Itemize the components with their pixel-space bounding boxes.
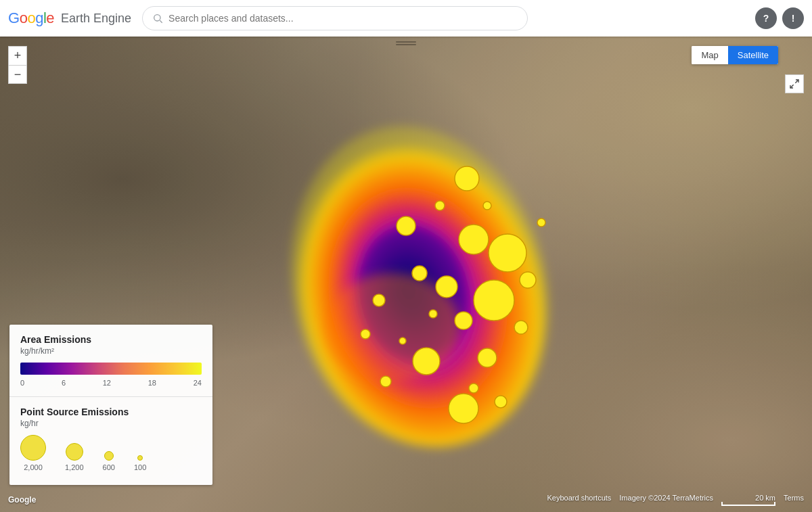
svg-point-25	[380, 376, 391, 387]
color-gradient-bar	[20, 363, 202, 375]
svg-line-30	[795, 80, 798, 83]
zoom-in-button[interactable]: +	[8, 46, 27, 65]
map-type-satellite[interactable]: Satellite	[728, 46, 778, 64]
scale-bar	[721, 502, 775, 506]
search-input[interactable]	[168, 13, 518, 24]
app-name: Earth Engine	[61, 11, 131, 26]
area-emissions-section: Area Emissions kg/hr/km² 0 6 12 18 24	[9, 325, 212, 397]
svg-point-18	[520, 272, 536, 288]
ps-label-100: 100	[134, 463, 146, 471]
svg-point-23	[483, 202, 491, 210]
ps-item-600: 600	[103, 451, 115, 471]
map-type-map[interactable]: Map	[692, 46, 727, 64]
point-source-legend: 2,000 1,200 600 100	[20, 435, 202, 471]
svg-line-31	[790, 85, 794, 88]
svg-point-13	[413, 348, 440, 375]
svg-point-8	[459, 225, 489, 254]
svg-point-24	[361, 329, 370, 339]
point-source-unit: kg/hr	[20, 419, 202, 428]
keyboard-shortcuts-link[interactable]: Keyboard shortcuts	[547, 494, 612, 506]
svg-point-12	[455, 312, 472, 329]
svg-point-22	[435, 201, 445, 210]
svg-point-10	[474, 280, 514, 321]
terms-link[interactable]: Terms	[784, 494, 804, 506]
svg-point-7	[455, 166, 479, 191]
legend-panel: Area Emissions kg/hr/km² 0 6 12 18 24 Po…	[9, 325, 212, 485]
header-icons: ? !	[755, 7, 804, 29]
zoom-controls: + −	[8, 46, 27, 84]
bottom-links: Keyboard shortcuts Imagery ©2024 TerraMe…	[547, 494, 804, 506]
svg-line-1	[160, 20, 162, 22]
svg-point-26	[537, 218, 545, 227]
svg-point-27	[429, 310, 437, 318]
area-emissions-title: Area Emissions	[20, 334, 202, 345]
ps-item-2000: 2,000	[20, 435, 46, 471]
scale-label-18: 18	[148, 379, 156, 387]
search-icon	[152, 13, 163, 24]
svg-point-21	[495, 396, 507, 408]
scale-label: 20 km	[755, 494, 775, 502]
scale-bar-container: 20 km	[721, 494, 775, 506]
drag-handle[interactable]	[392, 37, 420, 49]
svg-point-0	[154, 15, 160, 21]
fullscreen-icon	[789, 78, 800, 89]
svg-point-20	[478, 348, 497, 367]
svg-point-16	[412, 266, 427, 281]
emission-plume	[257, 91, 595, 469]
svg-point-17	[373, 294, 385, 306]
color-bar-labels: 0 6 12 18 24	[20, 379, 202, 387]
scale-label-12: 12	[103, 379, 111, 387]
svg-point-28	[399, 338, 406, 344]
ps-label-1200: 1,200	[65, 463, 84, 471]
svg-point-19	[514, 321, 528, 334]
google-watermark: Google	[8, 495, 36, 505]
area-emissions-unit: kg/hr/km²	[20, 346, 202, 356]
svg-point-15	[397, 216, 415, 235]
app-header: Google Earth Engine ? !	[0, 0, 812, 37]
point-source-title: Point Source Emissions	[20, 406, 202, 417]
point-source-section: Point Source Emissions kg/hr 2,000 1,200…	[9, 397, 212, 485]
ps-circle-2000	[20, 435, 46, 461]
svg-rect-2	[396, 41, 416, 43]
app-logo: Google Earth Engine	[8, 9, 131, 27]
svg-point-14	[449, 394, 478, 423]
bottom-bar: Google Keyboard shortcuts Imagery ©2024 …	[0, 488, 812, 512]
ps-circle-100	[137, 455, 143, 461]
scale-label-6: 6	[62, 379, 66, 387]
notifications-button[interactable]: !	[782, 7, 804, 29]
svg-point-11	[436, 276, 457, 298]
svg-point-29	[469, 383, 478, 393]
search-bar[interactable]	[142, 6, 528, 30]
ps-item-100: 100	[134, 455, 146, 471]
fullscreen-button[interactable]	[785, 74, 804, 93]
help-button[interactable]: ?	[755, 7, 777, 29]
svg-point-9	[489, 234, 526, 272]
ps-circle-600	[104, 451, 114, 461]
scale-label-0: 0	[20, 379, 24, 387]
imagery-credit: Imagery ©2024 TerraMetrics	[619, 494, 713, 506]
scale-label-24: 24	[194, 379, 202, 387]
zoom-out-button[interactable]: −	[8, 65, 27, 84]
ps-circle-1200	[66, 443, 83, 461]
google-wordmark: Google	[8, 9, 54, 27]
ps-label-600: 600	[103, 463, 115, 471]
ps-label-2000: 2,000	[24, 463, 43, 471]
map-type-toggle: Map Satellite	[692, 46, 778, 64]
map-container[interactable]: + − Map Satellite Area Emissions kg/hr/k…	[0, 37, 812, 512]
ps-item-1200: 1,200	[65, 443, 84, 471]
svg-rect-3	[396, 44, 416, 45]
